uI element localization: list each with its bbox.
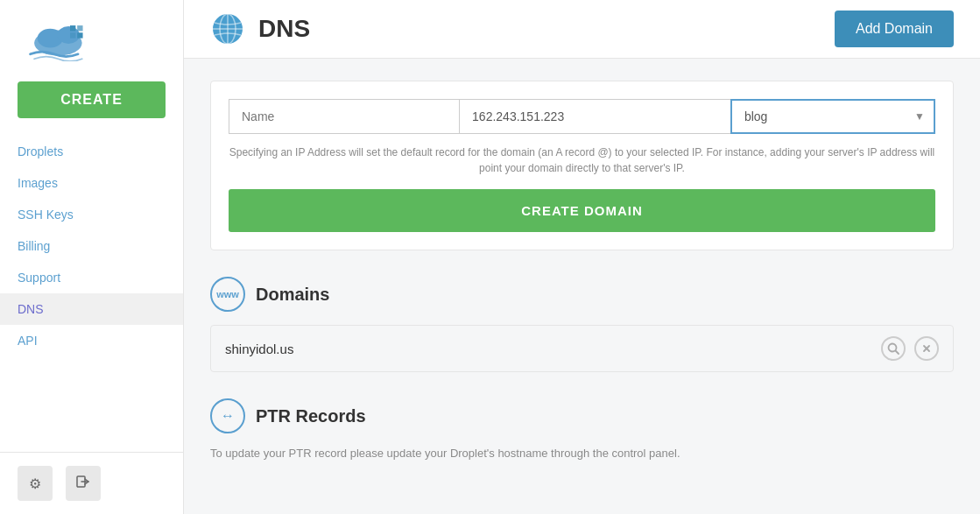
logout-button[interactable] [66,466,101,501]
sidebar-bottom: ⚙ [0,452,183,514]
app-logo [18,18,123,61]
sidebar: CREATE Droplets Images SSH Keys Billing … [0,0,184,514]
sidebar-item-images[interactable]: Images [0,167,183,199]
domains-section-header: www Domains [210,277,954,312]
page-title: DNS [258,15,310,43]
search-icon[interactable] [881,336,906,361]
svg-rect-5 [70,32,75,38]
domains-section: www Domains shinyidol.us [210,277,954,372]
domain-list-item: shinyidol.us [210,325,954,372]
svg-rect-6 [77,32,82,38]
main-area: DNS Add Domain blog droplet1 droplet2 [184,0,980,514]
sidebar-item-droplets[interactable]: Droplets [0,136,183,167]
droplet-select-wrapper: blog droplet1 droplet2 ▼ [730,99,935,134]
ptr-section-header: ↔ PTR Records [210,398,954,433]
header-left: DNS [210,11,310,46]
ip-address-input[interactable] [459,99,730,134]
form-helper-text: Specifying an IP Address will set the de… [229,144,935,176]
domains-section-title: Domains [256,285,329,305]
sidebar-item-dns[interactable]: DNS [0,293,183,325]
sidebar-item-ssh-keys[interactable]: SSH Keys [0,199,183,230]
sidebar-item-support[interactable]: Support [0,262,183,293]
droplet-select[interactable]: blog droplet1 droplet2 [730,99,935,134]
domain-actions [881,336,939,361]
add-domain-button[interactable]: Add Domain [835,11,954,47]
svg-point-2 [57,26,79,44]
svg-rect-3 [70,25,75,31]
create-button[interactable]: CREATE [18,81,166,118]
settings-button[interactable]: ⚙ [18,466,53,501]
page-header: DNS Add Domain [184,0,980,59]
ptr-description: To update your PTR record please update … [210,447,954,460]
sidebar-item-api[interactable]: API [0,325,183,356]
gear-icon: ⚙ [29,475,41,492]
create-domain-button[interactable]: CREATE DOMAIN [229,189,935,232]
ptr-icon: ↔ [210,398,245,433]
dns-globe-icon [210,11,245,46]
svg-line-14 [896,351,899,355]
ptr-section-title: PTR Records [256,406,366,426]
domain-name-input[interactable] [229,99,459,134]
sidebar-nav: Droplets Images SSH Keys Billing Support… [0,136,183,356]
ptr-records-section: ↔ PTR Records To update your PTR record … [210,398,954,460]
domain-name-label: shinyidol.us [225,341,293,356]
create-domain-card: blog droplet1 droplet2 ▼ Specifying an I… [210,81,954,250]
sidebar-item-billing[interactable]: Billing [0,230,183,262]
logout-icon [75,474,91,493]
page-content: blog droplet1 droplet2 ▼ Specifying an I… [184,59,980,514]
logo-area [0,18,183,81]
svg-rect-4 [77,25,82,31]
delete-icon[interactable] [914,336,939,361]
form-row: blog droplet1 droplet2 ▼ [229,99,935,134]
www-icon: www [210,277,245,312]
